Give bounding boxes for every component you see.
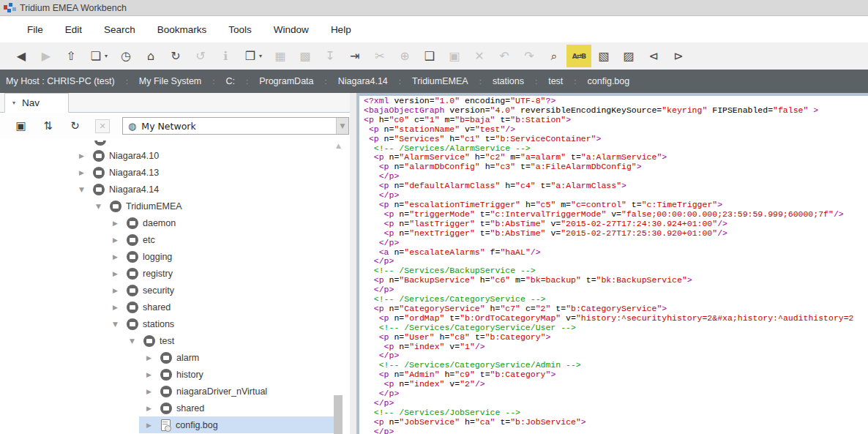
collapsed-arrow-icon[interactable]: ▶ (146, 388, 158, 395)
expanded-arrow-icon[interactable]: ▼ (96, 203, 108, 210)
collapsed-arrow-icon[interactable]: ▶ (146, 422, 158, 429)
breadcrumb-item-my-file-system[interactable]: My File System (139, 76, 201, 86)
tree-node-tridiumemea[interactable]: ▼TridiumEMEA (0, 198, 350, 214)
find-button[interactable]: ⌕ (542, 45, 566, 67)
window-titlebar: Tridium EMEA Workbench (0, 0, 868, 16)
tree-node-logging[interactable]: ▶logging (0, 248, 350, 265)
cut-button[interactable]: ✂ (367, 45, 392, 67)
tree-node-niagara4-14[interactable]: ▼Niagara4.14 (0, 181, 350, 198)
replace-button[interactable]: A⇄B (566, 45, 591, 67)
breadcrumb-item-config-bog[interactable]: config.bog (588, 76, 630, 86)
refresh-button[interactable]: ↻ (163, 45, 188, 67)
refresh-tree-button[interactable]: ↻ (61, 116, 89, 136)
home-button[interactable]: ⌂ (138, 45, 163, 67)
tree-node-label: daemon (143, 218, 176, 228)
expanded-arrow-icon[interactable]: ▼ (79, 186, 91, 193)
expanded-arrow-icon[interactable]: ▼ (130, 337, 141, 345)
tree-node-etc[interactable]: ▶etc (0, 231, 350, 248)
pointer-button[interactable]: ⊳ (666, 45, 691, 67)
expanded-arrow-icon[interactable]: ▼ (113, 321, 124, 328)
tree-node-stations[interactable]: ▼stations (0, 315, 350, 332)
network-scope-select[interactable]: ◍ My Network ▼ (122, 117, 349, 135)
collapsed-arrow-icon[interactable]: ▶ (113, 270, 124, 277)
tree-node-niagaradriver-nvirtual[interactable]: ▶niagaraDriver_nVirtual (0, 383, 350, 400)
station-home-button[interactable]: ▨ (616, 45, 641, 67)
main-toolbar: ◀▶⇧❏▾◷⌂↻↺ℹ❒▾▦▩↧⇥✂⊕❑▣✕↶↷⌕A⇄B▧▨⊲⊳ (0, 42, 868, 70)
tab-menu-caret-icon[interactable]: ▾ (12, 100, 15, 106)
up-level-button[interactable]: ⇧ (59, 45, 83, 67)
collapsed-arrow-icon[interactable]: ▶ (113, 236, 124, 244)
tree-node-config-bog[interactable]: ▶config.bog (0, 416, 350, 433)
menu-search[interactable]: Search (93, 24, 146, 35)
tree-node-history[interactable]: ▶history (0, 366, 350, 383)
info-button[interactable]: ℹ (213, 45, 238, 67)
duplicate-button[interactable]: ▣ (442, 45, 467, 67)
paste-button[interactable]: ❑ (417, 45, 442, 67)
tree-node-registry[interactable]: ▶registry (0, 265, 350, 282)
new-nav-tab-button[interactable]: ▣ (7, 116, 34, 136)
undo-button[interactable]: ↶ (492, 45, 517, 67)
menu-window[interactable]: Window (263, 24, 320, 35)
app-logo-icon (4, 3, 13, 12)
collapsed-arrow-icon[interactable]: ▶ (113, 304, 124, 311)
breadcrumb-item-stations[interactable]: stations (493, 76, 524, 86)
menu-help[interactable]: Help (320, 24, 362, 35)
code-line: <p n="alarmDbConfig" h="c3" t="a:FileAla… (364, 162, 868, 172)
tree-node-niagara4-10[interactable]: ▶Niagara4.10 (0, 147, 350, 164)
collapsed-arrow-icon[interactable]: ▶ (113, 220, 124, 227)
open-folder-button-caret-icon[interactable]: ▾ (259, 53, 268, 59)
collapsed-arrow-icon[interactable]: ▶ (79, 169, 91, 176)
menu-file[interactable]: File (16, 24, 54, 35)
tree-node-label: security (143, 285, 174, 296)
breadcrumb-item-c-[interactable]: C: (225, 76, 235, 86)
save-button[interactable]: ▦ (268, 45, 293, 67)
delete-button[interactable]: ✕ (467, 45, 492, 67)
menu-tools[interactable]: Tools (217, 24, 263, 35)
send-button[interactable]: ⊲ (641, 45, 666, 67)
copy-button[interactable]: ⊕ (392, 45, 417, 67)
text-editor-config-bog[interactable]: <?xml version="1.0" encoding="UTF-8"?><b… (356, 93, 868, 434)
station-sync-button[interactable]: ↺ (188, 45, 213, 67)
import-button[interactable]: ↧ (318, 45, 343, 67)
export-button[interactable]: ⇥ (343, 45, 367, 67)
breadcrumb-item-my-host-chris-pc-test-[interactable]: My Host : CHRIS-PC (test) (6, 76, 115, 86)
breadcrumb-item-test[interactable]: test (548, 76, 563, 86)
combo-dropdown-icon[interactable]: ▼ (336, 118, 348, 134)
menu-bookmarks[interactable]: Bookmarks (146, 24, 218, 35)
collapsed-arrow-icon[interactable]: ▶ (79, 152, 91, 160)
breadcrumb-item-niagara4-14[interactable]: Niagara4.14 (338, 76, 388, 86)
tree-node-test[interactable]: ▼test (0, 332, 350, 349)
tree-node-shared[interactable]: ▶shared (0, 299, 350, 315)
forward-button[interactable]: ▶ (34, 45, 59, 67)
save-all-button[interactable]: ▩ (293, 45, 318, 67)
redo-button[interactable]: ↷ (517, 45, 542, 67)
breadcrumb-separator: : (126, 77, 128, 86)
tree-node-security[interactable]: ▶security (0, 282, 350, 299)
breadcrumb-item-programdata[interactable]: ProgramData (259, 76, 313, 86)
tree-node-alarm[interactable]: ▶alarm (0, 349, 350, 366)
collapsed-arrow-icon[interactable]: ▶ (113, 287, 124, 294)
pane-splitter[interactable] (350, 93, 356, 434)
breadcrumb: My Host : CHRIS-PC (test):My File System… (0, 70, 868, 93)
open-view-button-caret-icon[interactable]: ▾ (105, 53, 113, 59)
tree-node-shared[interactable]: ▶shared (0, 400, 350, 416)
tree-scrollbar-thumb[interactable] (334, 395, 343, 434)
breadcrumb-item-tridiumemea[interactable]: TridiumEMEA (412, 76, 468, 86)
tree-node-daemon[interactable]: ▶daemon (0, 214, 350, 231)
collapsed-arrow-icon[interactable]: ▶ (146, 405, 158, 412)
main-content: ▾ Nav ▣⇅↻✕ ◍ My Network ▼ ▲ ▶Niagara4.10… (0, 93, 868, 434)
menu-edit[interactable]: Edit (54, 24, 93, 35)
close-nav-button[interactable]: ✕ (95, 119, 110, 133)
code-line: </p> (364, 389, 868, 399)
tab-nav[interactable]: ▾ Nav (4, 93, 69, 113)
code-line: <a n="escalateAlarms" f="haAL"/> (364, 248, 868, 258)
sort-button[interactable]: ⇅ (34, 116, 61, 136)
station-folder-icon (127, 318, 138, 330)
back-button[interactable]: ◀ (9, 45, 34, 67)
collapsed-arrow-icon[interactable]: ▶ (146, 354, 158, 362)
collapsed-arrow-icon[interactable]: ▶ (146, 371, 158, 378)
tree-node-niagara4-13[interactable]: ▶Niagara4.13 (0, 164, 350, 181)
collapsed-arrow-icon[interactable]: ▶ (113, 253, 124, 261)
new-tab-button[interactable]: ▧ (591, 45, 616, 67)
recent-ords-button[interactable]: ◷ (113, 45, 138, 67)
